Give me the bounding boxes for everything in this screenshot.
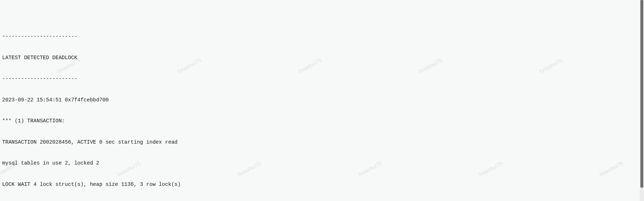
log-line[interactable]: TRANSACTION 2002028456, ACTIVE 0 sec sta…: [2, 139, 642, 146]
vertical-scrollbar[interactable]: [640, 0, 644, 201]
log-line[interactable]: *** (1) TRANSACTION:: [2, 118, 642, 125]
log-line[interactable]: mysql tables in use 2, locked 2: [2, 160, 642, 167]
log-viewport: ------------------------ LATEST DETECTED…: [0, 0, 644, 201]
log-line[interactable]: LOCK WAIT 4 lock struct(s), heap size 11…: [2, 181, 642, 188]
log-line[interactable]: LATEST DETECTED DEADLOCK: [2, 54, 642, 62]
log-line[interactable]: ------------------------: [2, 33, 642, 40]
log-line[interactable]: ------------------------: [2, 75, 642, 83]
vertical-scrollbar-thumb[interactable]: [640, 0, 643, 188]
log-line[interactable]: 2023-09-22 15:54:51 0x7f4fcebbd700: [2, 97, 642, 104]
